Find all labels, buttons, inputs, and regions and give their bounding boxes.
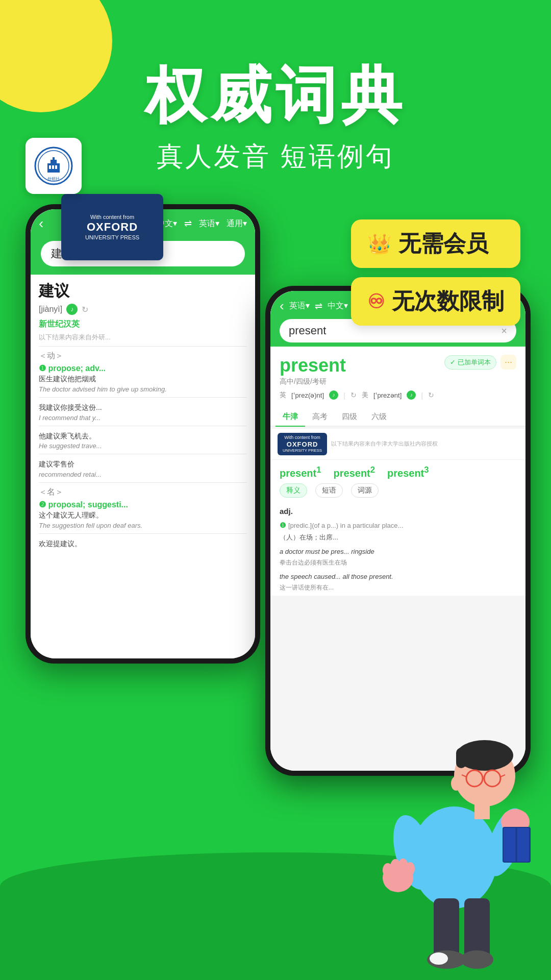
hero-main-title: 权威词典	[0, 61, 551, 129]
phone-back: ‹ 中文▾ ⇌ 英语▾ 通用▾ 建议 建议	[26, 204, 260, 664]
example-cn-1: 拳击台边必须有医生在场	[280, 557, 516, 568]
present-variants-row: present1 present2 present3	[270, 460, 525, 481]
badge-unlimited[interactable]: ♾ 无次数限制	[351, 277, 520, 326]
svg-rect-12	[456, 748, 466, 768]
back-nav-mode[interactable]: 通用▾	[227, 218, 247, 229]
sound-us-icon[interactable]: ♪	[407, 390, 416, 400]
divider-pron2: |	[421, 391, 423, 400]
front-back-btn[interactable]: ‹	[280, 298, 284, 314]
svg-rect-7	[55, 165, 57, 169]
front-word-section: present 高中/四级/考研 ✓ 已加单词本 ··· 英 [ˈprez(ə)…	[270, 347, 525, 408]
svg-point-18	[451, 776, 461, 791]
svg-rect-19	[474, 804, 490, 819]
repeat-uk-icon[interactable]: ↻	[350, 391, 357, 399]
sub-tab-phrase[interactable]: 短语	[315, 483, 343, 498]
waiguanyanshe-logo: 外研社	[26, 138, 82, 194]
present-3[interactable]: present3	[387, 465, 429, 479]
back-source: 新世纪汉英	[39, 319, 247, 330]
front-lang1[interactable]: 英语▾	[289, 301, 310, 311]
pron-uk-label: 英	[280, 390, 286, 400]
back-ex-2: 我建议你接受这份...	[39, 402, 247, 414]
clear-icon[interactable]: ×	[501, 325, 507, 337]
hero-section: 权威词典 真人发音 短语例句	[0, 61, 551, 175]
tab-gaokao[interactable]: 高考	[305, 408, 335, 426]
def-cn-1: （人）在场；出席...	[280, 532, 516, 543]
definition-section: adj. ❶ [predic.](of a p...) in a particu…	[270, 502, 525, 596]
back-ex-5: 这个建议无人理睬。	[39, 509, 247, 522]
svg-rect-4	[53, 157, 55, 161]
tab-cet6[interactable]: 六级	[364, 408, 394, 426]
back-nav-arrow: ⇌	[184, 218, 192, 229]
pos-adj: adj.	[280, 505, 516, 518]
back-ex-6: 欢迎提建议。	[39, 538, 247, 550]
infinity-icon: ♾	[367, 290, 385, 313]
oxford-content: With content from OXFORD UNIVERSITY PRES…	[270, 429, 525, 596]
svg-point-27	[406, 862, 415, 875]
back-entry-1: ❶ propose; adv...	[39, 363, 247, 373]
back-note: 以下结果内容来自外研...	[39, 333, 247, 342]
divider-pron: |	[343, 391, 345, 400]
front-word-meta: 高中/四级/考研	[280, 377, 346, 386]
back-entry-num-2: ❷ proposal; suggesti...	[39, 500, 128, 509]
svg-point-35	[430, 952, 448, 965]
svg-rect-5	[49, 165, 51, 169]
back-ex-1-en: The doctor advised him to give up smokin…	[39, 385, 247, 393]
back-nav-lang2[interactable]: 英语▾	[199, 218, 219, 229]
repeat-us-icon[interactable]: ↻	[428, 391, 434, 399]
back-dict-word: 建议	[39, 281, 247, 302]
example-cn-2: 这一讲话使所有在...	[280, 582, 516, 593]
back-entry-num-1: ❶ propose; adv...	[39, 364, 106, 373]
character-illustration	[367, 694, 541, 980]
front-lang2[interactable]: 中文▾	[328, 301, 348, 311]
sub-tabs: 释义 短语 词源	[270, 481, 525, 502]
svg-rect-6	[52, 165, 54, 169]
svg-text:外研社: 外研社	[47, 177, 60, 181]
back-ex-1: 医生建议他把烟戒	[39, 373, 247, 385]
back-sound-icon[interactable]: ♪	[66, 304, 78, 315]
back-ex-2-en: I recommend that y...	[39, 414, 247, 422]
svg-point-34	[461, 950, 493, 969]
back-entry-2: ❷ proposal; suggesti...	[39, 500, 247, 509]
front-arrow: ⇌	[315, 301, 322, 312]
def-tag-1: [predic.](of a p...) in a particular pla…	[288, 522, 403, 529]
tab-oxford[interactable]: 牛津	[276, 408, 305, 427]
oxford-logo-inline: With content from OXFORD UNIVERSITY PRES…	[278, 433, 327, 455]
back-repeat-icon[interactable]: ↻	[82, 305, 88, 314]
crown-icon: 👑	[367, 233, 391, 255]
oxford-note: 以下结果内容来自牛津大学出版社内容授权	[331, 440, 438, 448]
back-ex-3: 他建议乘飞机去。	[39, 430, 247, 443]
sub-tab-definition[interactable]: 释义	[280, 483, 307, 498]
def-entry-1: ❶ [predic.](of a p...) in a particular p…	[280, 520, 516, 532]
back-dict-pinyin: [jiànyì] ♪ ↻	[39, 304, 247, 315]
badge-unlimited-text: 无次数限制	[392, 286, 504, 316]
sub-tab-etymology[interactable]: 词源	[351, 483, 379, 498]
front-search-text: present	[289, 324, 326, 337]
back-phone-back-btn[interactable]: ‹	[39, 215, 43, 232]
badge-no-member[interactable]: 👑 无需会员	[351, 219, 520, 268]
back-pos1: ＜动＞	[39, 351, 247, 361]
back-pos2: ＜名＞	[39, 487, 247, 498]
pron-us: [ˈprezənt]	[373, 391, 402, 399]
example-en-2: the speech caused... all those present.	[280, 571, 516, 582]
front-word-main: present	[280, 355, 346, 376]
badge-container: 👑 无需会员 ♾ 无次数限制	[351, 219, 520, 326]
back-ex-4-en: recommended retai...	[39, 471, 247, 478]
oxford-badge-floating: With content from OXFORD UNIVERSITY PRES…	[61, 194, 163, 260]
badge-no-member-text: 无需会员	[398, 229, 488, 259]
pron-us-label: 美	[362, 390, 368, 400]
pron-uk: [ˈprez(ə)nt]	[291, 391, 324, 399]
back-ex-5-en: The suggestion fell upon deaf ears.	[39, 522, 247, 529]
back-ex-3-en: He suggested trave...	[39, 442, 247, 450]
more-icon[interactable]: ···	[500, 355, 516, 370]
tab-cet4[interactable]: 四级	[335, 408, 364, 426]
front-tabs: 牛津 高考 四级 六级	[270, 408, 525, 427]
saved-badge[interactable]: ✓ 已加单词本	[444, 355, 496, 370]
def-num-1: ❶	[280, 521, 288, 529]
back-ex-4: 建议零售价	[39, 458, 247, 471]
present-1[interactable]: present1	[280, 465, 321, 479]
present-2[interactable]: present2	[334, 465, 375, 479]
hero-sub-title: 真人发音 短语例句	[0, 139, 551, 175]
sound-uk-icon[interactable]: ♪	[329, 390, 338, 400]
example-en-1: a doctor must be pres... ringside	[280, 546, 516, 557]
